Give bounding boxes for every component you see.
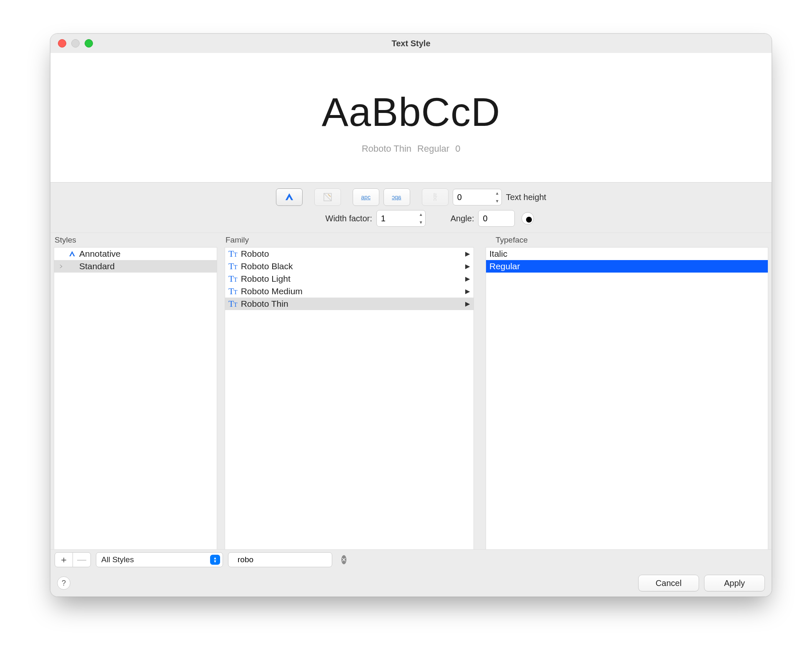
- stepper-up-icon[interactable]: ▲: [417, 210, 425, 219]
- styles-list[interactable]: Annotative ﹥ Standard: [54, 247, 217, 550]
- angle-field[interactable]: [478, 210, 515, 227]
- disclosure-right-icon[interactable]: ﹥: [58, 262, 65, 271]
- typeface-list[interactable]: Italic Regular: [486, 247, 768, 550]
- family-label: Roboto Black: [241, 261, 293, 271]
- chevron-right-icon: ▶: [465, 300, 470, 308]
- chevron-right-icon: ▶: [465, 288, 470, 295]
- font-search-field[interactable]: ✕: [228, 552, 332, 567]
- font-preview-panel: AaBbCcD Roboto Thin Regular 0: [50, 53, 772, 183]
- ltr-icon: apc: [361, 194, 371, 200]
- styles-header: Styles: [54, 235, 225, 245]
- family-label: Roboto Thin: [241, 299, 288, 309]
- family-item[interactable]: TT Roboto Black ▶: [225, 260, 474, 273]
- family-item-selected[interactable]: TT Roboto Thin ▶: [225, 298, 474, 310]
- add-style-button[interactable]: ＋: [55, 552, 73, 567]
- angle-label: Angle:: [451, 214, 474, 223]
- chevron-right-icon: ▶: [465, 250, 470, 258]
- preview-font-name: Roboto Thin: [362, 143, 411, 154]
- angle-swatch[interactable]: [521, 212, 534, 225]
- family-label: Roboto Medium: [241, 286, 303, 296]
- vertical-icon: abc: [432, 193, 438, 201]
- rtl-icon: apc: [392, 194, 401, 200]
- family-label: Roboto Light: [241, 274, 291, 284]
- truetype-icon: TT: [228, 248, 238, 259]
- text-height-input[interactable]: [453, 193, 493, 202]
- stepper-up-icon[interactable]: ▲: [493, 189, 501, 198]
- truetype-icon: TT: [228, 273, 238, 284]
- truetype-icon: TT: [228, 261, 238, 272]
- style-annotative[interactable]: Annotative: [54, 248, 217, 260]
- style-filter-select[interactable]: All Styles ▲▼: [96, 552, 223, 567]
- help-button[interactable]: ?: [57, 576, 70, 590]
- text-direction-ltr-toggle[interactable]: apc: [353, 188, 379, 206]
- annotative-icon: [68, 250, 76, 258]
- titlebar: Text Style: [50, 34, 772, 53]
- font-preview-sample: AaBbCcD: [322, 89, 501, 135]
- font-preview-caption: Roboto Thin Regular 0: [362, 143, 461, 154]
- window-controls: [58, 39, 93, 48]
- add-remove-group: ＋ —: [55, 552, 91, 567]
- apply-button[interactable]: Apply: [704, 575, 765, 591]
- style-filter-label: All Styles: [101, 555, 134, 564]
- remove-style-button[interactable]: —: [73, 552, 91, 567]
- angle-dot-icon: [526, 217, 532, 223]
- text-style-window: Text Style AaBbCcD Roboto Thin Regular 0: [50, 33, 772, 597]
- select-arrows-icon: ▲▼: [210, 555, 220, 565]
- style-label: Standard: [79, 261, 115, 271]
- typeface-header: Typeface: [486, 235, 768, 245]
- width-factor-input[interactable]: [377, 214, 417, 223]
- text-height-stepper[interactable]: ▲ ▼: [493, 189, 501, 205]
- style-standard[interactable]: ﹥ Standard: [54, 260, 217, 273]
- typeface-item[interactable]: Italic: [486, 248, 768, 260]
- family-label: Roboto: [241, 249, 269, 259]
- width-factor-label: Width factor:: [326, 214, 372, 223]
- match-orientation-toggle[interactable]: [314, 188, 341, 206]
- width-factor-stepper[interactable]: ▲ ▼: [417, 210, 425, 226]
- chevron-right-icon: ▶: [465, 275, 470, 283]
- typeface-item-selected[interactable]: Regular: [486, 260, 768, 273]
- family-item[interactable]: TT Roboto Light ▶: [225, 273, 474, 285]
- stepper-down-icon[interactable]: ▼: [417, 219, 425, 227]
- family-header: Family: [225, 235, 486, 245]
- maximize-window-button[interactable]: [85, 39, 93, 48]
- close-window-button[interactable]: [58, 39, 66, 48]
- text-height-field[interactable]: ▲ ▼: [453, 189, 502, 205]
- preview-height: 0: [455, 143, 460, 154]
- typeface-label: Regular: [489, 261, 520, 271]
- ruler-icon: [323, 192, 333, 202]
- vertical-text-toggle[interactable]: abc: [422, 188, 449, 206]
- cancel-button[interactable]: Cancel: [638, 575, 699, 591]
- typeface-label: Italic: [489, 249, 507, 259]
- annotative-toggle[interactable]: [276, 188, 303, 206]
- columns: Annotative ﹥ Standard TT Roboto ▶ TT: [50, 247, 772, 549]
- columns-header: Styles Family Typeface: [50, 233, 772, 247]
- angle-input[interactable]: [479, 214, 514, 223]
- chevron-right-icon: ▶: [465, 263, 470, 270]
- stepper-down-icon[interactable]: ▼: [493, 198, 501, 205]
- family-item[interactable]: TT Roboto Medium ▶: [225, 285, 474, 298]
- bottom-toolbar: ＋ — All Styles ▲▼ ✕: [50, 549, 772, 570]
- text-height-label: Text height: [506, 193, 546, 202]
- style-label: Annotative: [79, 249, 120, 259]
- font-search-input[interactable]: [237, 555, 337, 565]
- minimize-window-button[interactable]: [71, 39, 80, 48]
- family-list[interactable]: TT Roboto ▶ TT Roboto Black ▶ TT Roboto …: [225, 247, 474, 550]
- truetype-icon: TT: [228, 298, 238, 309]
- family-item[interactable]: TT Roboto ▶: [225, 248, 474, 260]
- dialog-footer: ? Cancel Apply: [50, 570, 772, 596]
- window-title: Text Style: [50, 39, 772, 48]
- clear-search-button[interactable]: ✕: [341, 555, 346, 564]
- text-direction-rtl-toggle[interactable]: apc: [383, 188, 410, 206]
- truetype-icon: TT: [228, 286, 238, 297]
- preview-typeface: Regular: [417, 143, 449, 154]
- style-toolbar: apc apc abc ▲ ▼ Text height: [50, 183, 772, 233]
- annotative-icon: [285, 193, 294, 202]
- width-factor-field[interactable]: ▲ ▼: [376, 210, 426, 227]
